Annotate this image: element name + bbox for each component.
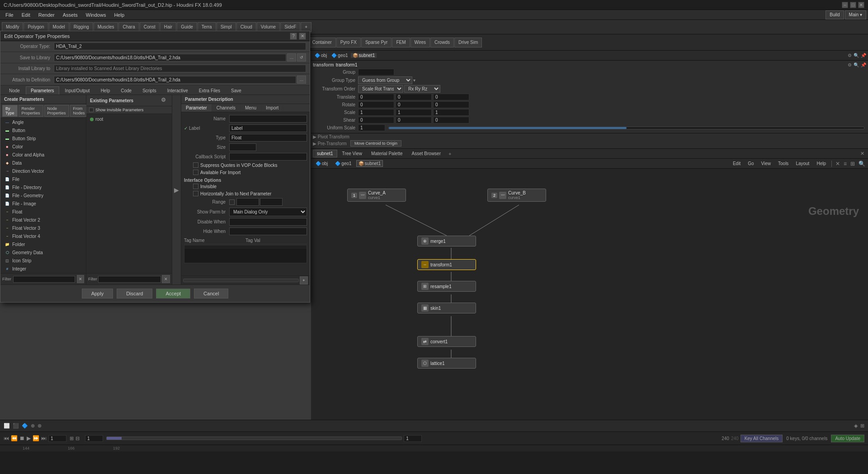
suppress-checkbox[interactable] bbox=[193, 162, 198, 168]
param-color[interactable]: ■Color bbox=[0, 142, 86, 151]
install-input[interactable] bbox=[54, 65, 306, 72]
shelf2-wires[interactable]: Wires bbox=[410, 38, 430, 47]
rotate-x[interactable] bbox=[358, 101, 394, 108]
range-max-input[interactable] bbox=[260, 198, 283, 206]
rotate-order-select[interactable]: Rx Ry Rz bbox=[404, 85, 440, 93]
tab-code[interactable]: Code bbox=[116, 86, 137, 95]
param-float-vec2[interactable]: ~Float Vector 2 bbox=[0, 216, 86, 224]
main-dropdown[interactable]: Main ▾ bbox=[845, 10, 866, 19]
tab-node[interactable]: Node bbox=[4, 86, 25, 95]
desc-tab-menu[interactable]: Menu bbox=[241, 104, 261, 112]
tab-scripts[interactable]: Scripts bbox=[137, 86, 161, 95]
shelf2-pyro[interactable]: Pyro FX bbox=[336, 38, 361, 47]
transform-settings-icon[interactable]: ⚙ bbox=[848, 62, 852, 67]
param-direction-vector[interactable]: →Direction Vector bbox=[0, 167, 86, 175]
graph-tab-material[interactable]: Material Palette bbox=[367, 150, 406, 157]
param-file[interactable]: 📄File bbox=[0, 175, 86, 183]
path-label-geo1[interactable]: geo1 bbox=[338, 53, 348, 58]
current-frame-input[interactable] bbox=[48, 435, 66, 442]
auto-update-button[interactable]: Auto Update bbox=[831, 435, 864, 442]
param-float-vec3[interactable]: ~Float Vector 3 bbox=[0, 224, 86, 232]
param-data[interactable]: ◆Data bbox=[0, 159, 86, 167]
node-curve-b[interactable]: 2 〰 Curve_B curve1 bbox=[487, 189, 546, 202]
timeline-scrubber[interactable] bbox=[106, 436, 402, 440]
ng-edit-btn[interactable]: Edit bbox=[730, 161, 743, 166]
menu-file[interactable]: File bbox=[2, 11, 17, 19]
shelf2-fem[interactable]: FEM bbox=[392, 38, 410, 47]
move-centroid-button[interactable]: Move Centroid to Origin bbox=[350, 140, 401, 147]
param-icon-strip[interactable]: ◫Icon Strip bbox=[0, 256, 86, 265]
tab-from-nodes[interactable]: From Nodes bbox=[70, 105, 88, 117]
ng-tool-list[interactable]: ≡ bbox=[843, 161, 848, 167]
invisible-checkbox[interactable] bbox=[193, 184, 198, 189]
ng-geo1-label[interactable]: geo1 bbox=[341, 161, 351, 166]
param-geometry-data[interactable]: ⬡Geometry Data bbox=[0, 248, 86, 256]
uniform-scale-slider[interactable] bbox=[388, 127, 864, 129]
desc-scrollbar[interactable] bbox=[183, 279, 299, 282]
tab-help[interactable]: Help bbox=[96, 86, 115, 95]
ng-layout-btn[interactable]: Layout bbox=[793, 161, 812, 166]
pb-icon-more1[interactable]: ⊞ bbox=[70, 436, 74, 441]
existing-filter-input[interactable] bbox=[98, 276, 161, 283]
group-input[interactable] bbox=[358, 69, 394, 76]
top-pin-icon[interactable]: 📌 bbox=[861, 53, 866, 58]
ng-subnet1-label[interactable]: subnet1 bbox=[365, 161, 381, 166]
node-resample1[interactable]: ⊞ resample1 bbox=[417, 281, 476, 292]
ng-tool-search[interactable]: 🔍 bbox=[858, 161, 866, 167]
menu-help[interactable]: Help bbox=[110, 11, 128, 19]
accept-button[interactable]: Accept bbox=[156, 289, 190, 299]
uniform-scale-input[interactable] bbox=[358, 124, 385, 131]
create-filter-clear[interactable]: ✕ bbox=[77, 275, 84, 283]
transfer-arrow[interactable]: ▶ bbox=[172, 95, 181, 284]
discard-button[interactable]: Discard bbox=[117, 289, 152, 299]
param-button-strip[interactable]: ▬Button Strip bbox=[0, 134, 86, 142]
tab-parameters[interactable]: Parameters bbox=[26, 86, 59, 95]
horiz-join-checkbox[interactable] bbox=[193, 191, 198, 196]
create-filter-input[interactable] bbox=[13, 276, 75, 283]
desc-label-input[interactable] bbox=[229, 124, 307, 132]
ng-tool-select[interactable]: ✕ bbox=[835, 161, 841, 167]
shelf2-sparse[interactable]: Sparse Pyr bbox=[361, 38, 392, 47]
group-type-select[interactable]: Guess from Group bbox=[358, 76, 412, 84]
maximize-button[interactable]: □ bbox=[850, 2, 856, 8]
frame-start-input[interactable] bbox=[85, 435, 103, 442]
shelf2-container[interactable]: Container bbox=[308, 38, 335, 47]
pb-play-icon[interactable]: ▶ bbox=[27, 435, 31, 441]
graph-close-icon[interactable]: ✕ bbox=[859, 151, 866, 156]
minimize-button[interactable]: – bbox=[842, 2, 848, 8]
tl-icon-2[interactable]: ⬛ bbox=[13, 423, 19, 429]
ng-tools-btn[interactable]: Tools bbox=[775, 161, 791, 166]
translate-y[interactable] bbox=[396, 94, 432, 100]
tl-icon-5[interactable]: ⊗ bbox=[38, 423, 42, 429]
range-min-input[interactable] bbox=[236, 198, 259, 206]
node-convert1[interactable]: ⇄ convert1 bbox=[417, 336, 476, 347]
menu-edit[interactable]: Edit bbox=[18, 11, 34, 19]
close-button[interactable]: ✕ bbox=[858, 2, 864, 8]
tab-render-props[interactable]: Render Properties bbox=[19, 105, 43, 117]
param-color-alpha[interactable]: ■Color and Alpha bbox=[0, 151, 86, 159]
param-folder[interactable]: 📁Folder bbox=[0, 240, 86, 248]
node-lattice1[interactable]: ⬡ lattice1 bbox=[417, 358, 476, 369]
ng-help-btn[interactable]: Help bbox=[814, 161, 829, 166]
shelf2-drive[interactable]: Drive Sim bbox=[454, 38, 482, 47]
desc-name-input[interactable] bbox=[229, 115, 307, 123]
node-merge1[interactable]: ⊕ merge1 bbox=[417, 236, 476, 246]
param-float-vec4[interactable]: ~Float Vector 4 bbox=[0, 232, 86, 240]
desc-callback-input[interactable] bbox=[229, 153, 307, 161]
tab-by-type[interactable]: By Type bbox=[2, 105, 18, 117]
menu-assets[interactable]: Assets bbox=[59, 11, 81, 19]
transform-pin-icon[interactable]: 📌 bbox=[861, 62, 866, 67]
top-gear-icon[interactable]: ⚙ bbox=[848, 53, 852, 58]
desc-tab-import[interactable]: Import bbox=[261, 104, 283, 112]
path-label-obj[interactable]: obj bbox=[321, 53, 327, 58]
tab-interactive[interactable]: Interactive bbox=[162, 86, 193, 95]
tl-icon-1[interactable]: ⬜ bbox=[4, 423, 10, 429]
tl-icon-7[interactable]: ⊞ bbox=[860, 423, 864, 429]
cancel-button[interactable]: Cancel bbox=[194, 289, 228, 299]
ng-view-btn[interactable]: View bbox=[759, 161, 774, 166]
pb-next-icon[interactable]: ⏩ bbox=[33, 435, 39, 441]
key-all-channels-button[interactable]: Key All Channels bbox=[741, 435, 783, 442]
library-path-input[interactable] bbox=[54, 54, 286, 62]
op-type-input[interactable] bbox=[54, 43, 306, 50]
existing-settings-icon[interactable]: ⚙ bbox=[161, 97, 168, 104]
